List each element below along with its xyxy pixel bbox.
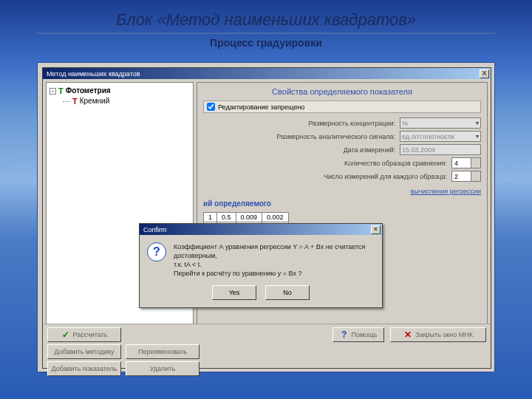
date-field[interactable]: 15.03.2004 [400,144,481,155]
button-label: Добавить методику [55,348,115,355]
method-icon: T [58,86,64,96]
button-label: Переименовать [138,348,187,355]
dialog-buttons: Yes No [140,285,382,307]
lock-checkbox[interactable] [207,103,215,111]
field-label: Количество образцов сравнения: [203,160,451,167]
help-button[interactable]: ? Помощь [332,327,384,342]
slide-subtitle: Процесс градуировки [0,37,532,49]
tree-root-label: Фотометрия [66,86,111,96]
regression-link[interactable]: вычисления регрессии [203,188,481,195]
cell: 1 [204,213,217,222]
button-label: Закрыть окно МНК [415,331,473,338]
field-label: Размерность концентрации: [203,120,400,127]
window-titlebar[interactable]: Метод наименьших квадратов X [43,68,491,79]
rename-button[interactable]: Переименовать [126,344,200,359]
field-signal-unit: Размерность аналитического сигнала: ед.о… [203,131,481,142]
dialog-body: ? Коэффициент А уравнения регрессии Y = … [140,235,382,285]
concentration-unit-combo[interactable]: % [400,117,481,129]
field-date: Дата измерений: 15.03.2004 [203,144,481,155]
check-icon: ✓ [61,330,70,339]
confirm-dialog: Confirm × ? Коэффициент А уравнения регр… [139,223,383,308]
no-button[interactable]: No [265,285,310,300]
tree-connector [63,101,70,102]
collapse-icon[interactable]: - [50,88,56,95]
slide-title: Блок «Метод наименьших квадратов» [0,0,532,30]
tree-child-label: Кремний [80,96,110,106]
button-label: Помощь [352,331,378,338]
table-row[interactable]: 1 0.5 0.009 0.002 [204,213,289,222]
add-method-button[interactable]: Добавить методику [47,344,121,359]
dialog-message: Коэффициент А уравнения регрессии Y = A … [174,242,375,278]
dialog-line: Перейти к расчёту по уравнению y = Bx ? [174,269,375,278]
lock-label: Редактирование запрещено [218,103,304,111]
yes-button[interactable]: Yes [212,285,256,300]
measurements-spinner[interactable]: 2 [451,171,481,182]
dialog-titlebar[interactable]: Confirm × [140,224,382,235]
add-indicator-button[interactable]: Добавить показатель [47,361,121,376]
indicator-icon: T [72,96,78,106]
dialog-title: Confirm [141,226,371,233]
field-concentration-unit: Размерность концентрации: % [203,117,481,129]
field-label: Дата измерений: [203,146,400,154]
button-label: Удалить [150,365,175,372]
calculate-button[interactable]: ✓ Рассчитать [47,327,121,342]
delete-button[interactable]: Удалить [126,361,200,376]
field-label: Число измерений для каждого образца: [203,173,451,180]
title-underline [37,33,494,34]
window-title: Метод наименьших квадратов [44,70,480,78]
field-samples-count: Количество образцов сравнения: 4 [203,157,481,168]
lock-editing-row[interactable]: Редактирование запрещено [203,100,481,113]
screenshot-frame: Метод наименьших квадратов X - T Фотомет… [37,62,495,372]
close-window-button[interactable]: ✕ Закрыть окно МНК [390,327,486,342]
help-icon: ? [340,330,349,339]
field-measurements-count: Число измерений для каждого образца: 2 [203,171,481,182]
samples-spinner[interactable]: 4 [451,157,481,168]
main-window: Метод наименьших квадратов X - T Фотомет… [42,67,491,369]
button-label: Добавить показатель [52,365,117,372]
question-icon: ? [147,242,166,262]
cell: 0.5 [217,213,236,222]
dialog-line: т.к. tA < t. [174,260,375,269]
properties-title: Свойства определяемого показателя [203,87,481,96]
signal-unit-combo[interactable]: ед.опт.плотности [400,131,481,142]
close-icon[interactable]: X [480,69,489,78]
bottom-toolbar: ✓ Рассчитать Добавить методику Добавить … [43,324,491,368]
button-label: Рассчитать [73,331,108,338]
cell: 0.009 [236,213,262,222]
cell: 0.002 [262,213,289,222]
close-icon[interactable]: × [371,225,381,234]
section-header: ий определяемого [203,200,481,208]
dialog-line: Коэффициент А уравнения регрессии Y = A … [174,242,375,260]
tree-root[interactable]: - T Фотометрия [50,86,190,96]
close-x-icon: ✕ [403,330,412,339]
field-label: Размерность аналитического сигнала: [203,133,400,140]
tree-child[interactable]: T Кремний [50,96,190,106]
